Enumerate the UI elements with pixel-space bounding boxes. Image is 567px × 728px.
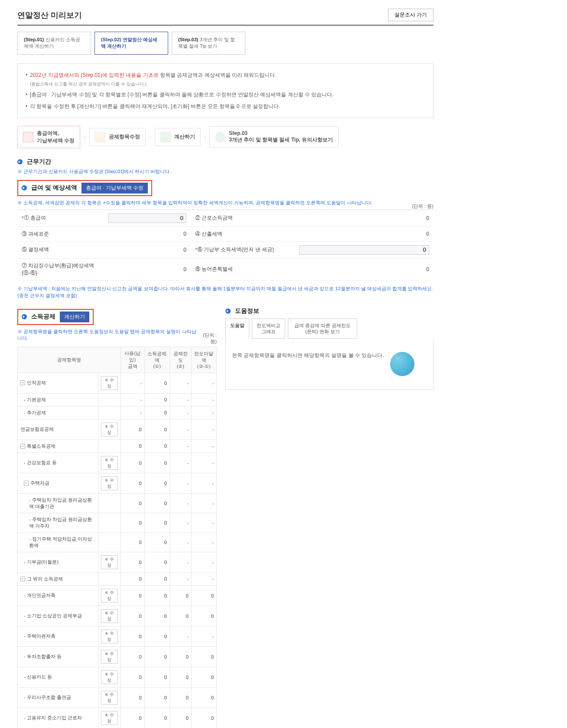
chevron-right-icon: › (84, 134, 86, 141)
edit-row-button[interactable]: ⊕ 수정 (101, 423, 118, 436)
edit-row-button[interactable]: ⊕ 수정 (101, 376, 118, 390)
edit-row-button[interactable]: ⊕ 수정 (101, 630, 118, 643)
cell-value: 0 (144, 606, 169, 626)
flow-card-salary-line2: 기납부세액 수정 (37, 137, 75, 144)
cell-value: - (169, 406, 191, 419)
calculate-button[interactable]: 계산하기 (60, 312, 89, 322)
step-tabs: (Step.01) 신용카드 소득공제액 계산하기 (Step.02) 연말정산… (17, 32, 433, 55)
deduction-item-name[interactable]: - 주택임차 차입금 원리금상환액 대출기관 (18, 493, 98, 513)
tree-collapse-icon[interactable]: − (20, 577, 25, 581)
deduction-item-name[interactable]: - 개인연금저축 (18, 585, 98, 606)
flow-card-salary-line1: 총급여액, (37, 130, 75, 137)
deduction-item-name[interactable]: - 우리사주조합 출연금 (18, 687, 98, 708)
cell-value: 0 (121, 626, 144, 646)
deduction-item-name[interactable]: - 장기주택 저당차입금 이자상환액 (18, 532, 98, 552)
flow-card-deduction-label: 공제항목수정 (109, 133, 140, 141)
mod-cell: ⊕ 수정 (98, 687, 121, 708)
table-row: - 장기주택 저당차입금 이자상환액00-- (18, 532, 217, 552)
deduction-item-name[interactable]: - 주택임차 차입금 원리금상환액 거주자 (18, 513, 98, 532)
table-row: - 기부금(이월분)⊕ 수정00-- (18, 552, 217, 572)
mod-cell: ⊕ 수정 (98, 473, 121, 493)
chevron-right-icon: › (204, 134, 206, 141)
edit-row-button[interactable]: ⊕ 수정 (101, 670, 118, 684)
deduction-item-name[interactable]: −그 밖의 소득공제 (18, 572, 98, 585)
edit-row-button[interactable]: ⊕ 수정 (101, 609, 118, 623)
deduction-item-name[interactable]: - 추가공제 (18, 406, 98, 419)
edit-row-button[interactable]: ⊕ 수정 (101, 555, 118, 569)
flow-row: 총급여액, 기납부세액 수정 › 공제항목수정 › 계산하기 › Step.03… (17, 126, 433, 148)
cell-value: - (191, 453, 216, 473)
help-body-text: 왼쪽 공제항목명을 클릭하시면 해당항목의 설명을 볼 수 있습니다. (232, 352, 384, 359)
table-row: - 주택마련저축⊕ 수정00-- (18, 626, 217, 646)
info-box: 2022년 지급명세서와 (Step.01)에 입력한 내용을 기초로 항목별 … (17, 63, 433, 118)
edit-row-button[interactable]: ⊕ 수정 (101, 476, 118, 490)
deduction-item-name[interactable]: - 주택마련저축 (18, 626, 98, 646)
cell-value: 0 (121, 708, 144, 728)
tree-collapse-icon[interactable]: − (20, 380, 25, 385)
row-tax-base-value: 0 (104, 227, 191, 242)
step-tab-3[interactable]: (Step.03) 3개년 추이 및 항목별 절세 Tip 보기 (172, 32, 245, 55)
cell-value: 0 (121, 439, 144, 453)
table-row: 연금보험료공제⊕ 수정00-- (18, 419, 217, 439)
survey-button[interactable]: 설문조사 가기 (388, 9, 433, 21)
bullet-icon (17, 159, 23, 164)
flow-card-calc[interactable]: 계산하기 (155, 128, 201, 146)
deduction-item-name[interactable]: −주택자금 (18, 473, 98, 493)
deduction-item-name[interactable]: - 고용유지 중소기업 근로자 (18, 708, 98, 728)
mod-cell: ⊕ 수정 (98, 626, 121, 646)
step-tab-2[interactable]: (Step.02) 연말정산 예상세액 계산하기 (94, 32, 168, 55)
cell-value: 0 (144, 493, 169, 513)
step-tab-1[interactable]: (Step.01) 신용카드 소득공제액 계산하기 (17, 32, 91, 55)
edit-row-button[interactable]: ⊕ 수정 (101, 650, 118, 664)
cell-value: 0 (121, 552, 144, 572)
cell-value: 0 (144, 453, 169, 473)
flow-card-salary[interactable]: 총급여액, 기납부세액 수정 (17, 126, 80, 148)
row-prepaid-tax-label: ⑥ 기납부 소득세액(먼저 낸 세금) (191, 242, 295, 259)
cell-value: 0 (121, 493, 144, 513)
cell-value: - (169, 552, 191, 572)
cell-value: 0 (144, 626, 169, 646)
edit-salary-button[interactable]: 총급여 · 기납부세액 수정 (81, 183, 148, 193)
prepaid-tax-input[interactable] (299, 245, 429, 255)
cell-value: - (169, 453, 191, 473)
flow-card-step3[interactable]: Step.03 3개년 추이 및 항목별 절세 Tip, 유의사항보기 (209, 126, 339, 148)
tree-collapse-icon[interactable]: − (24, 481, 29, 485)
bullet-icon (225, 308, 231, 314)
cell-value: - (169, 513, 191, 532)
help-tab-guide[interactable]: 도움말 (225, 318, 249, 339)
calculator-icon (160, 132, 171, 142)
mod-cell: ⊕ 수정 (98, 453, 121, 473)
info-item-1-rest: 항목별 공제금액과 예상세액을 미리 채워드립니다. (160, 72, 277, 78)
deduction-item-name[interactable]: −특별소득공제 (18, 439, 98, 453)
col-name: 공제항목명 (18, 347, 121, 373)
cell-value: 0 (121, 419, 144, 439)
flow-card-calc-label: 계산하기 (174, 133, 195, 141)
deduction-item-name[interactable]: - 기부금(이월분) (18, 552, 98, 572)
deduction-item-name[interactable]: - 투자조합출자 등 (18, 646, 98, 667)
help-tab-graph[interactable]: 한도액비교 그래프 (252, 318, 285, 339)
tree-collapse-icon[interactable]: − (20, 444, 25, 449)
deduction-item-name[interactable]: - 건강보험료 등 (18, 453, 98, 473)
row-prepaid-tax-input-cell (295, 242, 433, 259)
cell-value: 0 (144, 552, 169, 572)
deduction-item-name[interactable]: - 소기업·소상공인 공제부금 (18, 606, 98, 626)
deduction-item-name[interactable]: - 기본공제 (18, 393, 98, 406)
salary-note: ※ 소득공제, 세액감면 공제의 각 항목은 +수정을 클릭하여 세부 항목을 … (17, 200, 372, 206)
edit-row-button[interactable]: ⊕ 수정 (101, 456, 118, 470)
deduction-item-name[interactable]: 연금보험료공제 (18, 419, 98, 439)
deduction-item-name[interactable]: −인적공제 (18, 373, 98, 393)
help-tab-threshold[interactable]: 급여 증감에 따른 공제한도(문턱) 변화 보기 (288, 318, 357, 339)
edit-row-button[interactable]: ⊕ 수정 (101, 691, 118, 705)
edit-row-button[interactable]: ⊕ 수정 (101, 589, 118, 603)
cell-value: 0 (144, 393, 169, 406)
flow-card-step3-line1: Step.03 (229, 130, 333, 136)
cell-value: 0 (121, 646, 144, 667)
chevron-right-icon: › (149, 134, 151, 141)
cell-value: - (169, 439, 191, 453)
calendar-icon (23, 132, 33, 142)
deduction-item-name[interactable]: - 신용카드 등 (18, 667, 98, 687)
flow-card-deduction[interactable]: 공제항목수정 (89, 128, 146, 146)
total-salary-input[interactable] (108, 213, 186, 223)
cell-value: 0 (169, 606, 191, 626)
edit-row-button[interactable]: ⊕ 수정 (101, 711, 118, 725)
